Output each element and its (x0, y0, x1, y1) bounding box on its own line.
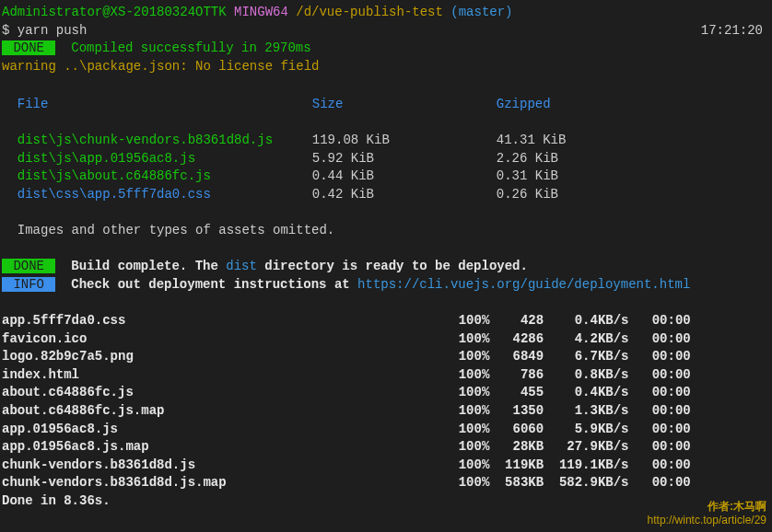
asset-gzip: 0.26 KiB (497, 186, 635, 204)
watermark-url: http://wintc.top/article/29 (648, 514, 766, 526)
warning-line: warning ..\package.json: No license fiel… (2, 58, 770, 76)
deploy-url: https://cli.vuejs.org/guide/deployment.h… (357, 277, 690, 292)
dist-word: dist (226, 259, 257, 273)
done-badge: DONE (2, 259, 55, 273)
upload-row: app.5fff7da0.css 100% 428 0.4KB/s 00:00 (2, 312, 770, 330)
asset-file: dist\js\app.01956ac8.js (18, 150, 312, 168)
blank-line (2, 295, 770, 313)
watermark: 作者:木马啊 http://wintc.top/article/29 (648, 500, 766, 526)
command-line: $ yarn push (2, 22, 770, 40)
asset-size: 0.42 KiB (312, 186, 497, 204)
asset-row: dist\js\chunk-vendors.b8361d8d.js119.08 … (2, 132, 770, 150)
asset-file: dist\js\about.c64886fc.js (18, 168, 312, 186)
asset-row: dist\js\app.01956ac8.js5.92 KiB2.26 KiB (2, 150, 770, 168)
deploy-info-line: INFO Check out deployment instructions a… (2, 276, 770, 295)
build-prefix: Build complete. The (71, 259, 226, 273)
blank-line (2, 240, 770, 259)
asset-size: 119.08 KiB (312, 132, 497, 150)
watermark-author: 作者:木马啊 (648, 500, 766, 513)
prompt-path: /d/vue-publish-test (296, 5, 443, 19)
info-badge: INFO (2, 277, 55, 292)
upload-row: logo.82b9c7a5.png 100% 6849 6.7KB/s 00:0… (2, 348, 770, 366)
asset-file: dist\js\chunk-vendors.b8361d8d.js (18, 132, 312, 150)
deploy-prefix: Check out deployment instructions at (71, 277, 357, 292)
asset-table: FileSizeGzipped dist\js\chunk-vendors.b8… (2, 96, 770, 204)
omitted-line: Images and other types of assets omitted… (2, 222, 770, 240)
upload-row: about.c64886fc.js 100% 455 0.4KB/s 00:00 (2, 384, 770, 402)
done-badge: DONE (2, 40, 55, 55)
upload-row: app.01956ac8.js.map 100% 28KB 27.9KB/s 0… (2, 438, 770, 457)
asset-size: 5.92 KiB (312, 150, 497, 168)
asset-gzip: 41.31 KiB (497, 132, 635, 150)
asset-file: dist\css\app.5fff7da0.css (18, 186, 312, 204)
terminal[interactable]: Administrator@XS-20180324OTTK MINGW64 /d… (2, 4, 770, 511)
asset-gzip: 0.31 KiB (497, 168, 635, 186)
prompt-user: Administrator@XS-20180324OTTK (2, 5, 227, 19)
build-complete-line: DONE Build complete. The dist directory … (2, 258, 770, 276)
header-file: File (18, 96, 312, 114)
blank-line (2, 204, 770, 223)
compiled-line: DONE Compiled successfully in 2970ms (2, 40, 770, 58)
build-suffix: directory is ready to be deployed. (257, 259, 528, 273)
prompt-mingw: MINGW64 (234, 5, 288, 19)
asset-gzip: 2.26 KiB (497, 150, 635, 168)
header-gzip: Gzipped (497, 96, 635, 114)
compiled-msg: Compiled successfully in 2970ms (71, 40, 310, 55)
upload-row: about.c64886fc.js.map 100% 1350 1.3KB/s … (2, 402, 770, 421)
timestamp: 17:21:20 (701, 22, 763, 40)
asset-row: dist\css\app.5fff7da0.css0.42 KiB0.26 Ki… (2, 186, 770, 204)
command-text: yarn push (18, 23, 88, 38)
upload-row: index.html 100% 786 0.8KB/s 00:00 (2, 366, 770, 385)
blank-line (2, 114, 770, 133)
prompt-line: Administrator@XS-20180324OTTK MINGW64 /d… (2, 4, 770, 22)
asset-row: dist\js\about.c64886fc.js0.44 KiB0.31 Ki… (2, 168, 770, 186)
prompt-symbol: $ (2, 23, 9, 38)
table-header: FileSizeGzipped (2, 96, 770, 114)
header-size: Size (312, 96, 497, 114)
upload-row: app.01956ac8.js 100% 6060 5.9KB/s 00:00 (2, 421, 770, 439)
upload-row: chunk-vendors.b8361d8d.js.map 100% 583KB… (2, 474, 770, 492)
upload-row: chunk-vendors.b8361d8d.js 100% 119KB 119… (2, 457, 770, 475)
upload-row: favicon.ico 100% 4286 4.2KB/s 00:00 (2, 330, 770, 349)
prompt-branch: (master) (450, 5, 512, 19)
blank-line (2, 75, 770, 94)
asset-size: 0.44 KiB (312, 168, 497, 186)
